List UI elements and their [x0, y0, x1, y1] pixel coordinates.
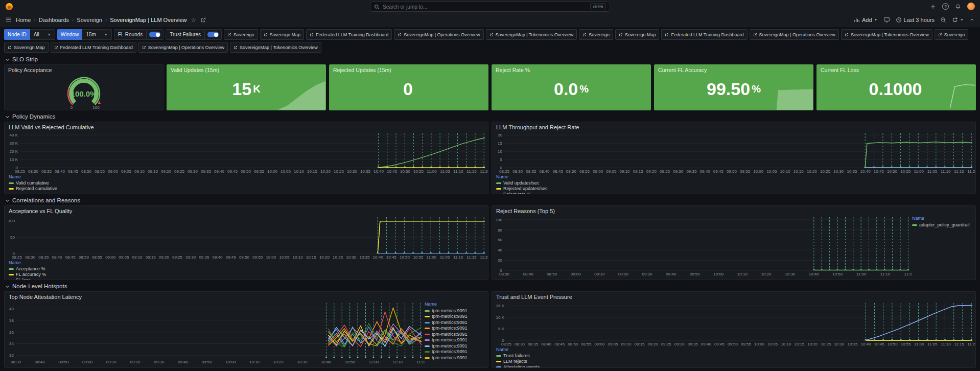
time-series-chart[interactable]: 010 K20 K30 K40 K08:2508:3008:3508:4008:…	[5, 131, 488, 174]
breadcrumb-item-folder[interactable]: Sovereign	[77, 17, 102, 23]
legend-item[interactable]: adapter_policy_guardrail	[912, 222, 972, 228]
panel-title[interactable]: Policy Acceptance	[5, 65, 163, 73]
dashboard-link-button[interactable]: Sovereign	[224, 29, 258, 40]
panel-title[interactable]: Acceptance vs FL Quality	[5, 206, 488, 215]
dashboard-link-button[interactable]: Sovereign Map	[4, 42, 49, 53]
legend-name-header[interactable]: Name	[9, 260, 484, 266]
refresh-button[interactable]: ▼	[952, 17, 964, 23]
panel-title[interactable]: Trust and LLM Event Pressure	[492, 292, 975, 300]
dashboard-link-button[interactable]: SovereignMap | Tokenomics Overview	[486, 29, 577, 40]
legend-item[interactable]: Reject rate %	[496, 192, 971, 194]
variable-window-select[interactable]: 15m ▼	[82, 29, 111, 40]
legend-item[interactable]: tpm-metrics:9091	[425, 332, 485, 338]
user-avatar[interactable]	[967, 3, 975, 10]
legend-item[interactable]: Attestation events	[496, 364, 971, 368]
legend-item[interactable]: FL loss	[9, 277, 484, 280]
row-header-policy-dynamics[interactable]: Policy Dynamics	[0, 111, 980, 121]
time-series-chart[interactable]: 05 K10 K15 K08:2508:3008:3508:4008:4508:…	[492, 300, 975, 346]
time-range-picker[interactable]: Last 3 hours	[896, 17, 935, 23]
row-header-slo-strip[interactable]: SLO Strip	[0, 54, 980, 63]
dashboard-link-button[interactable]: SovereignMap | Operations Overview	[394, 29, 483, 40]
legend-item[interactable]: Valid updates/sec	[496, 180, 971, 186]
legend-item[interactable]: tpm-metrics:9091	[425, 355, 485, 361]
dashboard-link-button[interactable]: SovereignMap | Operations Overview	[750, 29, 839, 40]
dashboard-link-button[interactable]: Federated LLM Training Dashboard	[661, 29, 747, 40]
legend-item[interactable]: tpm-metrics:9091	[425, 326, 485, 332]
legend-item[interactable]: Trust failures	[496, 353, 971, 359]
dashboard-link-button[interactable]: Sovereign	[935, 29, 969, 40]
svg-text:09:10: 09:10	[132, 255, 143, 260]
plus-icon[interactable]	[930, 4, 936, 10]
svg-text:09:15: 09:15	[148, 169, 158, 174]
panel-title[interactable]: Top Node Attestation Latency	[5, 292, 488, 300]
add-button[interactable]: Add ▼	[854, 17, 878, 23]
help-icon[interactable]: ?	[942, 3, 949, 10]
panel-title[interactable]: LLM Valid vs Rejected Cumulative	[5, 122, 488, 131]
panel-title[interactable]: Current FL Accuracy	[655, 65, 813, 73]
refresh-caret-icon[interactable]: ▼	[960, 18, 964, 21]
row-header-node-hotspots[interactable]: Node-Level Hotspots	[0, 281, 980, 290]
star-icon[interactable]: ☆	[191, 17, 196, 23]
time-series-chart[interactable]: 323436384008:3008:4008:5009:0009:1009:20…	[5, 300, 425, 364]
breadcrumb-item-dashboards[interactable]: Dashboards	[39, 17, 69, 23]
fl-rounds-toggle[interactable]	[147, 29, 164, 40]
legend-item[interactable]: Valid cumulative	[9, 180, 484, 186]
legend-item[interactable]: Rejected updates/sec	[496, 186, 971, 192]
legend-item[interactable]: Rejected cumulative	[9, 186, 484, 192]
legend-item[interactable]: tpm-metrics:9091	[425, 337, 485, 343]
dashboard-link-button[interactable]: SovereignMap | Tokenomics Overview	[841, 29, 932, 40]
dashboard-link-button[interactable]: Federated LLM Training Dashboard	[51, 42, 136, 53]
legend-name-header[interactable]: Name	[425, 302, 485, 308]
legend-item[interactable]: tpm-metrics:9091	[425, 349, 485, 355]
legend-item[interactable]: tpm-metrics:9091	[425, 320, 485, 326]
tv-icon[interactable]	[883, 16, 890, 23]
dashboard-link-button[interactable]: Federated LLM Training Dashboard	[306, 29, 392, 40]
dashboard-link-button[interactable]: SovereignMap | Operations Overview	[138, 42, 228, 53]
time-series-chart[interactable]: 05010008:2508:3008:3508:4008:4508:5008:5…	[5, 215, 488, 260]
grafana-logo[interactable]	[5, 3, 13, 11]
dashboard-link-button[interactable]: Sovereign Map	[260, 29, 305, 40]
svg-text:09:50: 09:50	[239, 255, 250, 260]
trust-failures-toggle[interactable]	[205, 29, 222, 40]
panel-title[interactable]: Reject Rate %	[492, 65, 650, 73]
svg-text:09:20: 09:20	[646, 169, 657, 174]
menu-icon[interactable]	[5, 16, 12, 23]
search-bar[interactable]: ctrl+k	[370, 2, 610, 12]
chevron-up-icon[interactable]	[969, 17, 975, 22]
stat-panel-reject-rate: Reject Rate % 0.0%	[492, 64, 651, 110]
panel-title[interactable]: LLM Throughput and Reject Rate	[492, 122, 975, 131]
legend-item[interactable]: tpm-metrics:9091	[425, 343, 485, 350]
panel-title[interactable]: Current FL Loss	[817, 65, 975, 73]
time-series-chart[interactable]: 0510152008:2508:3008:3508:4008:4508:5008…	[492, 131, 975, 174]
zoom-out-icon[interactable]	[940, 17, 946, 23]
bell-icon[interactable]	[955, 4, 961, 10]
legend-item[interactable]: tpm-metrics:9091	[425, 314, 485, 320]
svg-text:09:25: 09:25	[661, 342, 672, 346]
panel-title[interactable]: Reject Reasons (Top 5)	[492, 206, 975, 215]
svg-text:100.0%: 100.0%	[71, 89, 97, 98]
dashboard-link-button[interactable]: Sovereign	[579, 29, 613, 40]
dashboard-link-button[interactable]: Sovereign Map	[615, 29, 660, 40]
time-series-chart[interactable]: 02040608010008:3008:4008:5009:0009:1009:…	[492, 215, 912, 276]
legend-item[interactable]: FL accuracy %	[9, 272, 484, 277]
svg-text:11:10: 11:10	[941, 342, 951, 346]
dashboard-link-button[interactable]: SovereignMap | Tokenomics Overview	[230, 42, 321, 53]
svg-text:08:25: 08:25	[15, 169, 26, 174]
panel-title[interactable]: Valid Updates (15m)	[167, 65, 325, 73]
share-icon[interactable]	[200, 17, 206, 23]
svg-text:08:45: 08:45	[68, 169, 79, 174]
svg-text:09:40: 09:40	[213, 255, 223, 260]
legend-name-header[interactable]: Name	[912, 216, 972, 222]
legend-name-header[interactable]: Name	[496, 347, 971, 353]
search-input[interactable]	[383, 4, 587, 10]
legend-item[interactable]: LLM rejects	[496, 359, 971, 364]
legend-item[interactable]: tpm-metrics:9091	[425, 308, 485, 314]
panel-title[interactable]: Rejected Updates (15m)	[330, 65, 488, 73]
legend-item[interactable]: Acceptance %	[9, 266, 484, 272]
legend-name-header[interactable]: Name	[9, 174, 484, 180]
legend-name-header[interactable]: Name	[496, 174, 971, 180]
variable-node-id-select[interactable]: All ▼	[30, 29, 55, 40]
row-header-correlations[interactable]: Correlations and Reasons	[0, 195, 980, 204]
svg-text:38: 38	[9, 318, 14, 323]
breadcrumb-item-home[interactable]: Home	[16, 17, 31, 23]
